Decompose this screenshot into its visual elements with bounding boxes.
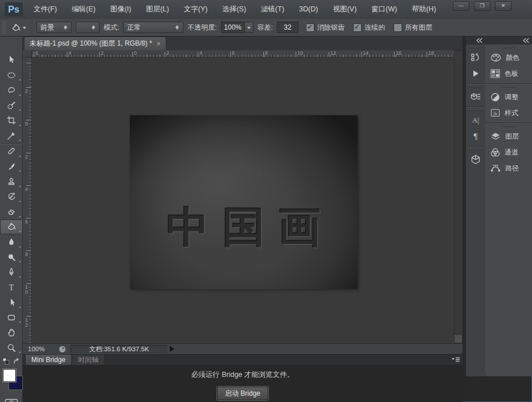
default-colors-icon[interactable] [2,358,10,365]
ruler-number: 6 [232,50,235,56]
move-tool[interactable] [0,52,23,68]
menu-view[interactable]: 视图(V) [325,0,364,19]
paint-bucket-tool[interactable] [0,220,23,235]
menu-window[interactable]: 窗口(W) [364,0,404,19]
pen-tool[interactable] [0,265,23,280]
dock-header[interactable] [485,36,532,44]
ruler-number: 4 [24,187,29,192]
fill-source-select[interactable]: 前景 [36,22,72,33]
clone-stamp-tool[interactable] [0,174,23,189]
styles-panel-button[interactable]: fx 样式 [485,105,532,121]
menu-edit[interactable]: 编辑(E) [64,0,103,19]
blur-tool[interactable] [0,234,23,250]
hand-tool[interactable] [0,325,23,340]
quick-selection-tool[interactable] [0,98,23,113]
spinner-icon [64,25,68,30]
minimize-button[interactable]: — [453,1,469,11]
brush-tool[interactable] [0,159,23,174]
character-panel-button[interactable]: A| [466,112,485,128]
zoom-tool[interactable] [0,340,23,356]
zoom-level-field[interactable]: 100% [28,346,52,352]
panel-label: 色板 [505,69,518,79]
paragraph-panel-icon: ¶ [474,132,478,141]
tool-preset-picker[interactable] [10,23,28,33]
menu-3d[interactable]: 3D(D) [292,0,325,19]
bottom-panel-tab-bar: Mini Bridge 时间轴 [23,354,463,365]
marquee-tool[interactable] [0,68,23,83]
document-tab[interactable]: 未标题-1.psd @ 100% (图层 1, RGB/8) * × [24,36,166,50]
close-button[interactable]: ✕ [495,1,511,11]
tab-mini-bridge[interactable]: Mini Bridge [25,354,72,365]
actions-panel-button[interactable] [466,66,485,82]
swatches-panel-button[interactable]: 色板 [485,66,532,82]
layers-panel-button[interactable]: 图层 [485,128,532,144]
menu-image[interactable]: 图像(I) [103,0,139,19]
healing-brush-tool[interactable] [0,144,23,159]
menu-filter[interactable]: 滤镜(T) [253,0,292,19]
dock-grip [469,86,482,88]
dock-header[interactable] [466,36,485,44]
menu-file[interactable]: 文件(F) [26,0,64,19]
tolerance-input[interactable]: 32 [277,22,298,33]
vertical-scrollbar[interactable] [454,58,463,343]
dodge-tool[interactable] [0,250,23,265]
crop-tool[interactable] [0,113,23,128]
history-panel-button[interactable] [466,50,485,66]
status-bar: 100% 文档:351.6 K/937.5K [23,343,463,354]
quick-mask-button[interactable] [0,399,22,402]
document-area: 未标题-1.psd @ 100% (图层 1, RGB/8) * × 6 4 2… [23,36,463,354]
opacity-input[interactable]: 100% [221,22,245,33]
opacity-dropdown-button[interactable] [245,22,253,33]
all-layers-checkbox[interactable] [394,23,402,32]
layer-comps-panel-button[interactable] [466,89,485,105]
eyedropper-tool-icon [7,131,16,140]
eyedropper-tool[interactable] [0,128,23,144]
shape-tool[interactable] [0,310,23,326]
contiguous-label: 连续的 [365,23,385,33]
pattern-picker[interactable] [76,22,100,33]
tab-close-icon[interactable]: × [157,40,161,47]
3d-panel-button[interactable] [466,152,485,168]
contiguous-checkbox[interactable] [353,23,362,32]
menu-help[interactable]: 帮助(H) [404,0,443,19]
maximize-button[interactable]: ❐ [474,1,490,11]
panel-menu-icon[interactable] [451,357,460,363]
menu-select[interactable]: 选择(S) [215,0,253,19]
tab-timeline[interactable]: 时间轴 [72,355,105,365]
adjustments-panel-button[interactable]: 调整 [485,89,532,105]
horizontal-ruler[interactable]: 6 4 2 0 2 4 6 8 10 12 14 16 18 [32,50,454,58]
menu-type[interactable]: 文字(Y) [177,0,215,19]
color-panel-button[interactable]: 颜色 [485,50,532,66]
ruler-number: 14 [363,50,369,56]
paths-panel-button[interactable]: 路径 [485,160,532,176]
lasso-tool-icon [7,86,16,95]
status-flyout-icon[interactable] [170,346,177,352]
bridge-message: 必须运行 Bridge 才能浏览文件。 [23,370,463,380]
foreground-color-swatch[interactable] [3,369,16,382]
blend-mode-select[interactable]: 正常 [123,22,183,33]
lasso-tool[interactable] [0,83,23,98]
scrollbar-corner [454,334,463,343]
type-tool[interactable]: T [0,280,23,295]
ruler-number: 4 [199,50,202,56]
channels-panel-button[interactable]: 通道 [485,144,532,160]
paint-bucket-tool-icon [7,222,17,232]
document-tab-bar: 未标题-1.psd @ 100% (图层 1, RGB/8) * × [23,36,463,51]
window-controls: — ❐ ✕ [453,1,511,11]
document-size-info[interactable]: 文档:351.6 K/937.5K [71,345,167,354]
color-mini-controls [0,355,22,366]
canvas-pasteboard[interactable]: 中国画 [32,58,454,343]
antialias-checkbox[interactable] [306,23,314,32]
history-brush-tool[interactable] [0,189,23,205]
paragraph-panel-button[interactable]: ¶ [466,128,485,144]
vertical-ruler[interactable]: 2 0 2 4 6 8 10 12 [23,58,32,343]
menu-layer[interactable]: 图层(L) [138,0,176,19]
swap-colors-icon[interactable] [13,358,21,365]
eraser-tool[interactable] [0,204,23,220]
canvas-image[interactable]: 中国画 [130,115,358,289]
chevron-down-icon [247,27,251,31]
path-selection-tool[interactable] [0,295,23,310]
mini-bridge-panel: 必须运行 Bridge 才能浏览文件。 启动 Bridge [23,365,463,402]
launch-bridge-button[interactable]: 启动 Bridge [217,387,268,400]
ruler-number: 6 [24,220,29,225]
